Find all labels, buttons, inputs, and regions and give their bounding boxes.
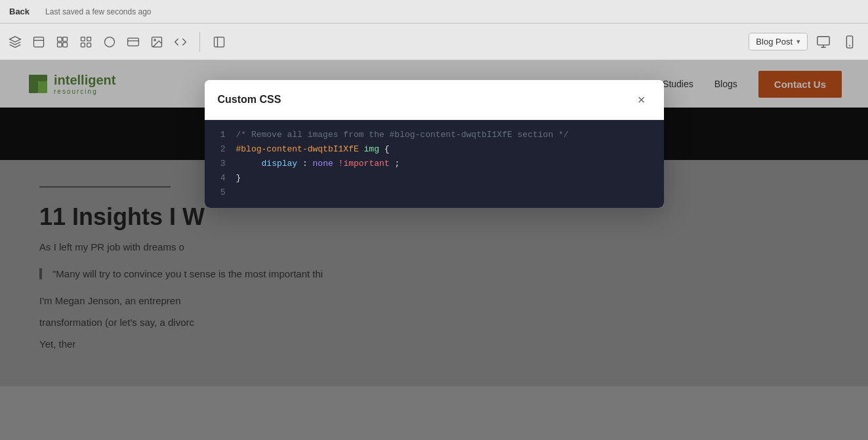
desktop-icon[interactable] <box>813 31 834 52</box>
code-line-3: 3 display : none !important ; <box>215 157 653 171</box>
svg-rect-4 <box>63 37 68 41</box>
mobile-icon[interactable] <box>839 31 860 52</box>
modal-header: Custom CSS × <box>205 80 664 120</box>
blog-post-dropdown[interactable]: Blog Post ▾ <box>749 33 808 50</box>
layers-icon[interactable] <box>8 35 22 49</box>
code-editor[interactable]: 1 /* Remove all images from the #blog-co… <box>205 120 664 208</box>
svg-rect-7 <box>81 37 85 41</box>
svg-rect-6 <box>63 42 68 47</box>
svg-rect-9 <box>81 43 85 47</box>
svg-rect-5 <box>58 42 62 47</box>
toolbar-divider <box>199 32 200 52</box>
website-preview: intelligent resourcing Home Ethical Reso… <box>0 60 868 440</box>
back-button[interactable]: Back <box>9 7 30 16</box>
code-line-1: 1 /* Remove all images from the #blog-co… <box>215 128 653 142</box>
svg-rect-1 <box>34 37 44 47</box>
toolbar-right: Blog Post ▾ <box>749 31 860 52</box>
toolbar-left <box>8 32 749 52</box>
modal-close-button[interactable]: × <box>632 90 651 109</box>
toolbar-row: Blog Post ▾ <box>0 24 868 60</box>
code-line-4: 4 } <box>215 171 653 186</box>
component-icon[interactable] <box>55 35 70 49</box>
svg-rect-10 <box>87 43 91 47</box>
shapes-icon[interactable] <box>102 35 117 49</box>
svg-rect-3 <box>58 37 62 41</box>
custom-css-modal: Custom CSS × 1 /* Remove all images from… <box>205 80 664 208</box>
svg-point-11 <box>105 37 115 47</box>
modal-title: Custom CSS <box>218 94 281 106</box>
card-icon[interactable] <box>126 35 140 49</box>
menu-icon[interactable] <box>79 35 93 49</box>
embed-icon[interactable] <box>173 35 188 49</box>
modal-body[interactable]: 1 /* Remove all images from the #blog-co… <box>205 120 664 208</box>
chevron-down-icon: ▾ <box>796 37 800 46</box>
top-row: Back Last saved a few seconds ago <box>0 0 868 24</box>
saved-status: Last saved a few seconds ago <box>45 7 151 16</box>
svg-marker-0 <box>10 36 21 41</box>
svg-rect-12 <box>128 38 139 46</box>
panel-toggle-icon[interactable] <box>212 35 226 49</box>
svg-rect-8 <box>87 37 91 41</box>
page-icon[interactable] <box>31 35 46 49</box>
svg-rect-18 <box>817 36 829 45</box>
modal-overlay: Custom CSS × 1 /* Remove all images from… <box>0 60 868 440</box>
code-line-2: 2 #blog-content-dwqtbI1XfE img { <box>215 142 653 157</box>
blog-post-label: Blog Post <box>756 37 793 47</box>
svg-point-15 <box>154 39 156 41</box>
svg-rect-16 <box>215 37 224 47</box>
code-line-5: 5 <box>215 186 653 200</box>
image-icon[interactable] <box>150 35 164 49</box>
